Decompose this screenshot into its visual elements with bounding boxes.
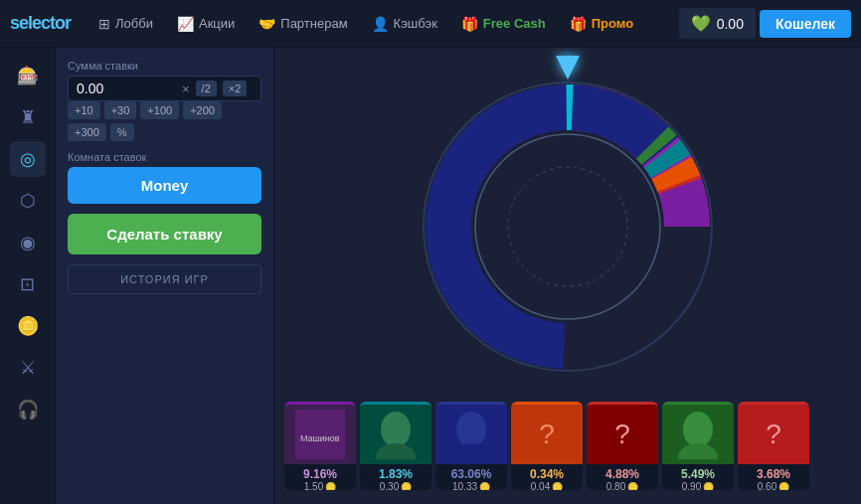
player-amount: 1.50 🪙	[288, 481, 352, 490]
coin-icon: 🪙	[552, 482, 563, 491]
bet-input[interactable]	[77, 81, 176, 96]
player-amount: 0.80 🪙	[591, 481, 654, 490]
player-card: ? 0.34% 0.04 🪙	[511, 402, 583, 490]
player-card: 5.49% 0.90 🪙	[662, 402, 734, 490]
player-info: 0.34% 0.04 🪙	[511, 464, 583, 490]
sidebar-item-slots[interactable]: 🎰	[10, 58, 46, 93]
player-card: 1.83% 0.30 🪙	[360, 402, 431, 490]
promo-icon: 🎁	[570, 16, 587, 32]
svg-point-15	[376, 443, 416, 459]
player-info: 9.16% 1.50 🪙	[284, 464, 356, 490]
history-button[interactable]: ИСТОРИЯ ИГР	[68, 264, 261, 294]
player-amount: 0.04 🪙	[515, 481, 579, 490]
quick-bet-pct[interactable]: %	[110, 123, 134, 141]
sidebar-item-tools[interactable]: ⚔	[10, 350, 46, 386]
wheel-pointer	[556, 56, 580, 80]
player-card: ? 3.68% 0.60 🪙	[738, 402, 809, 490]
balance-display: 💚 0.00	[679, 8, 756, 39]
coin-icon: 🪙	[703, 482, 714, 491]
cashback-icon: 👤	[372, 16, 389, 32]
coin-icon: 🪙	[778, 482, 789, 491]
player-avatar: ?	[511, 405, 583, 464]
promo-label: Промо	[592, 16, 633, 31]
quick-bet-10[interactable]: +10	[68, 101, 100, 119]
wheel-container	[409, 68, 727, 386]
wallet-button[interactable]: Кошелек	[760, 10, 851, 38]
player-info: 63.06% 10.33 🪙	[435, 464, 507, 490]
nav-freecash[interactable]: 🎁 Free Cash	[451, 11, 556, 37]
svg-point-19	[678, 443, 718, 459]
sidebar-item-wheel[interactable]: ◎	[10, 141, 46, 177]
sidebar-item-castle[interactable]: ♜	[10, 99, 46, 135]
player-avatar: ?	[587, 405, 658, 464]
player-card: ? 4.88% 0.80 🪙	[587, 402, 658, 490]
balance-icon: 💚	[691, 14, 711, 33]
freecash-label: Free Cash	[483, 16, 546, 31]
coin-icon: 🪙	[479, 482, 490, 491]
sidebar-item-monitor[interactable]: ⊡	[10, 266, 46, 302]
player-info: 4.88% 0.80 🪙	[587, 464, 658, 490]
cashback-label: Кэшбэк	[394, 16, 437, 31]
nav-stocks[interactable]: 📈 Акции	[167, 11, 245, 37]
quick-bet-100[interactable]: +100	[140, 101, 179, 119]
room-button[interactable]: Money	[68, 167, 261, 204]
sidebar-item-target[interactable]: ◉	[10, 225, 46, 260]
coin-icon: 🪙	[401, 482, 412, 491]
room-label: Комната ставок	[68, 151, 261, 163]
player-percentage: 9.16%	[288, 467, 352, 481]
player-info: 1.83% 0.30 🪙	[360, 464, 431, 490]
quick-bet-30[interactable]: +30	[104, 101, 137, 119]
bet-double-button[interactable]: ×2	[223, 81, 248, 96]
player-percentage: 4.88%	[591, 467, 654, 481]
sidebar: 🎰 ♜ ◎ ⬡ ◉ ⊡ 🪙 ⚔ 🎧	[0, 48, 56, 504]
nav-promo[interactable]: 🎁 Промо	[560, 11, 643, 37]
player-amount: 0.90 🪙	[666, 481, 730, 490]
sidebar-item-support[interactable]: 🎧	[10, 392, 46, 427]
player-percentage: 1.83%	[364, 467, 428, 481]
player-avatar	[360, 405, 431, 464]
players-strip: Машинов 9.16% 1.50 🪙 1.83% 0.30 🪙 63.06%	[284, 402, 851, 494]
coin-icon: 🪙	[627, 482, 638, 491]
svg-point-14	[381, 412, 411, 447]
svg-point-18	[683, 412, 713, 447]
bet-half-button[interactable]: /2	[196, 81, 217, 96]
logo-text: elector	[19, 13, 71, 33]
player-avatar	[662, 405, 734, 464]
balance-value: 0.00	[717, 16, 744, 32]
quick-bets-row: +10 +30 +100 +200 +300 %	[68, 101, 261, 141]
svg-point-17	[451, 443, 491, 459]
nav-partners[interactable]: 🤝 Партнерам	[249, 11, 357, 37]
svg-text:Машинов: Машинов	[300, 433, 340, 443]
player-card: Машинов 9.16% 1.50 🪙	[284, 402, 356, 490]
coin-icon: 🪙	[325, 482, 336, 491]
player-card: 63.06% 10.33 🪙	[435, 402, 507, 490]
player-info: 3.68% 0.60 🪙	[738, 464, 809, 490]
nav-lobby[interactable]: ⊞ Лобби	[88, 11, 163, 37]
player-percentage: 3.68%	[742, 467, 805, 481]
svg-point-16	[456, 412, 486, 447]
lobby-icon: ⊞	[98, 16, 110, 32]
place-bet-button[interactable]: Сделать ставку	[68, 214, 261, 254]
quick-bet-300[interactable]: +300	[68, 123, 106, 141]
logo: selector	[10, 13, 71, 34]
sidebar-item-dice[interactable]: ⬡	[10, 183, 46, 219]
game-area: Машинов 9.16% 1.50 🪙 1.83% 0.30 🪙 63.06%	[274, 48, 861, 504]
wheel-svg	[409, 68, 727, 386]
player-info: 5.49% 0.90 🪙	[662, 464, 734, 490]
top-navigation: selector ⊞ Лобби 📈 Акции 🤝 Партнерам 👤 К…	[0, 0, 861, 48]
player-amount: 10.33 🪙	[439, 481, 503, 490]
partners-label: Партнерам	[280, 16, 347, 31]
player-avatar	[435, 405, 507, 464]
sidebar-item-coins[interactable]: 🪙	[10, 308, 46, 344]
stocks-icon: 📈	[177, 16, 194, 32]
player-percentage: 63.06%	[439, 467, 503, 481]
bet-input-row: × /2 ×2	[68, 76, 261, 101]
stocks-label: Акции	[199, 16, 235, 31]
player-amount: 0.30 🪙	[364, 481, 428, 490]
bet-label: Сумма ставки	[68, 60, 261, 72]
freecash-icon: 🎁	[461, 16, 478, 32]
quick-bet-200[interactable]: +200	[183, 101, 222, 119]
nav-cashback[interactable]: 👤 Кэшбэк	[362, 11, 447, 37]
bet-clear-button[interactable]: ×	[182, 82, 190, 96]
lobby-label: Лобби	[115, 16, 153, 31]
